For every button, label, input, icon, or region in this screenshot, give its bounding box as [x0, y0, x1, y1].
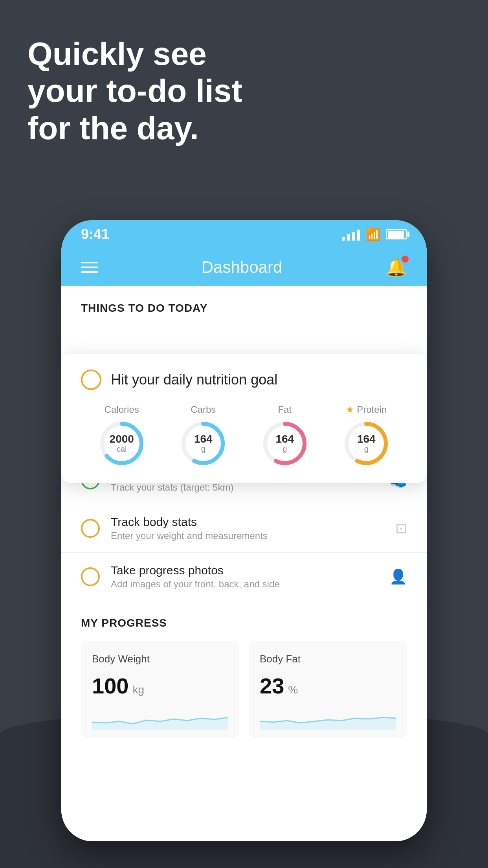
- body-weight-value-row: 100 kg: [92, 673, 228, 699]
- calories-unit: cal: [110, 445, 134, 454]
- status-bar: 9:41 📶: [61, 220, 427, 248]
- body-weight-value: 100: [92, 673, 128, 699]
- body-weight-card[interactable]: Body Weight 100 kg: [81, 641, 239, 738]
- star-icon: ★: [346, 404, 354, 415]
- nutrition-calories: Calories 2000 cal: [98, 404, 145, 467]
- nutrition-fat: Fat 164 g: [261, 404, 308, 467]
- status-time: 9:41: [81, 226, 109, 243]
- body-fat-card[interactable]: Body Fat 23 %: [249, 641, 407, 738]
- headline-line1: Quickly see: [28, 35, 242, 72]
- my-progress-section: MY PROGRESS Body Weight 100 kg: [61, 601, 427, 754]
- signal-bars-icon: [342, 228, 360, 241]
- nav-title: Dashboard: [202, 258, 282, 277]
- svg-marker-8: [92, 717, 228, 730]
- headline-line2: your to-do list: [28, 72, 242, 109]
- body-stats-text-block: Track body stats Enter your weight and m…: [111, 515, 384, 541]
- carbs-value: 164: [194, 434, 213, 445]
- headline: Quickly see your to-do list for the day.: [28, 35, 242, 147]
- calories-value: 2000: [110, 434, 134, 445]
- photos-subtitle: Add images of your front, back, and side: [111, 579, 378, 590]
- my-progress-title: MY PROGRESS: [81, 617, 407, 629]
- photos-text-block: Take progress photos Add images of your …: [111, 564, 378, 590]
- battery-icon: [386, 229, 407, 239]
- nutrition-protein: ★ Protein 164 g: [343, 404, 390, 467]
- nutrition-card: Hit your daily nutrition goal Calories 2: [61, 354, 427, 483]
- body-weight-card-title: Body Weight: [92, 653, 228, 665]
- fat-unit: g: [275, 445, 294, 454]
- body-stats-subtitle: Enter your weight and measurements: [111, 530, 384, 541]
- things-today-title: THINGS TO DO TODAY: [81, 302, 207, 314]
- body-fat-value-row: 23 %: [260, 673, 396, 699]
- things-today-header: THINGS TO DO TODAY: [61, 286, 427, 322]
- status-icons: 📶: [342, 228, 407, 241]
- nutrition-carbs: Carbs 164 g: [180, 404, 227, 467]
- todo-item-progress-photos[interactable]: Take progress photos Add images of your …: [61, 553, 427, 601]
- headline-line3: for the day.: [28, 110, 242, 147]
- body-fat-value: 23: [260, 673, 284, 699]
- body-fat-card-title: Body Fat: [260, 653, 396, 665]
- bell-icon[interactable]: 🔔: [385, 257, 407, 278]
- wifi-icon: 📶: [366, 228, 380, 241]
- body-fat-unit: %: [288, 684, 298, 696]
- calories-circle: 2000 cal: [98, 420, 145, 467]
- photos-title: Take progress photos: [111, 564, 378, 577]
- phone-content: THINGS TO DO TODAY Hit your daily nutrit…: [61, 286, 427, 841]
- running-subtitle: Track your stats (target: 5km): [111, 482, 378, 493]
- phone-frame: 9:41 📶 Dashboard 🔔: [61, 220, 427, 841]
- nutrition-check-circle[interactable]: [81, 370, 101, 390]
- body-stats-check-circle: [81, 519, 100, 538]
- person-icon: 👤: [389, 568, 407, 585]
- protein-value: 164: [357, 434, 376, 445]
- fat-label: Fat: [278, 404, 292, 415]
- notification-dot: [402, 256, 409, 263]
- nutrition-row: Calories 2000 cal: [81, 404, 407, 467]
- carbs-label: Carbs: [191, 404, 216, 415]
- nutrition-card-title: Hit your daily nutrition goal: [111, 371, 277, 388]
- calories-label: Calories: [105, 404, 139, 415]
- nav-bar: Dashboard 🔔: [61, 248, 427, 286]
- hamburger-menu[interactable]: [81, 262, 98, 273]
- body-weight-unit: kg: [132, 684, 144, 696]
- protein-label-row: ★ Protein: [346, 404, 387, 415]
- carbs-circle: 164 g: [180, 420, 227, 467]
- scale-icon: ⊡: [395, 520, 407, 537]
- todo-item-body-stats[interactable]: Track body stats Enter your weight and m…: [61, 504, 427, 553]
- protein-circle: 164 g: [343, 420, 390, 467]
- body-stats-title: Track body stats: [111, 515, 384, 529]
- fat-value: 164: [275, 434, 294, 445]
- photos-check-circle: [81, 567, 100, 586]
- progress-cards: Body Weight 100 kg Body Fat: [81, 641, 407, 738]
- nutrition-card-header: Hit your daily nutrition goal: [81, 370, 407, 390]
- body-weight-chart: [92, 706, 228, 730]
- fat-circle: 164 g: [261, 420, 308, 467]
- protein-label: Protein: [357, 404, 387, 415]
- protein-unit: g: [357, 445, 376, 454]
- carbs-unit: g: [194, 445, 213, 454]
- body-fat-chart: [260, 706, 396, 730]
